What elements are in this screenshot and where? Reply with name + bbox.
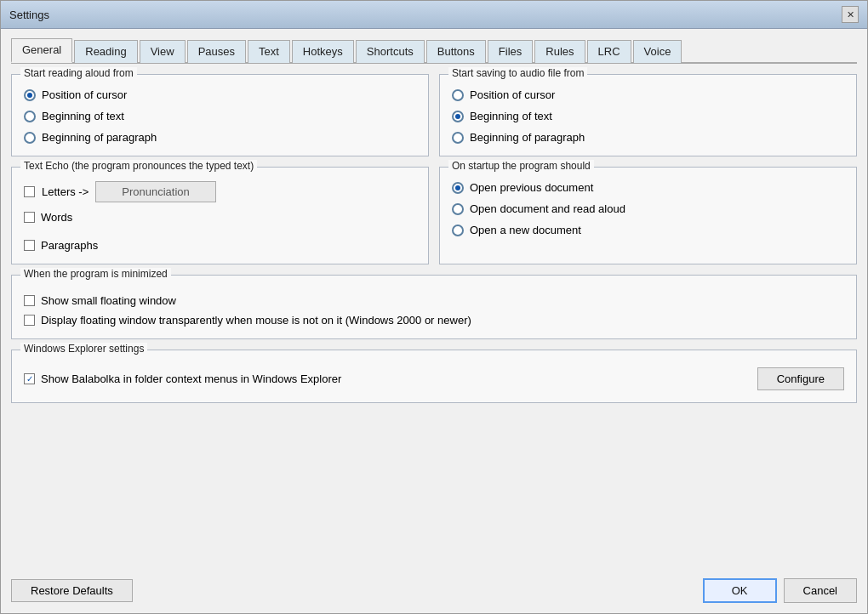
minimized-group: When the program is minimized Show small… [11,275,857,339]
startup-option-previous[interactable]: Open previous document [452,181,844,194]
pronunciation-button[interactable]: Pronunciation [95,181,216,202]
tab-text[interactable]: Text [248,40,290,63]
saving-radio-beginning-text[interactable] [452,111,464,122]
reading-radio-cursor[interactable] [24,89,36,101]
saving-label-cursor: Position of cursor [470,88,555,101]
startup-group: On startup the program should Open previ… [439,167,857,264]
windows-explorer-left: Show Balabolka in folder context menus i… [24,372,341,385]
tab-voice[interactable]: Voice [633,40,682,63]
tab-rules[interactable]: Rules [534,40,585,63]
startup-option-read-aloud[interactable]: Open document and read aloud [452,202,844,215]
settings-window: Settings ✕ General Reading View Pauses T… [0,0,868,614]
reading-option-beginning-paragraph[interactable]: Beginning of paragraph [24,131,416,144]
startup-radio-read-aloud[interactable] [452,203,464,215]
reading-option-beginning-text[interactable]: Beginning of text [24,110,416,122]
transparent-window-checkbox[interactable] [24,315,35,326]
startup-legend: On startup the program should [448,160,594,172]
startup-label-new: Open a new document [470,224,581,236]
floating-window-label: Show small floating window [41,294,176,307]
transparent-window-label: Display floating window transparently wh… [41,314,471,327]
text-echo-inner: Letters -> Pronunciation Words Paragraph… [24,181,416,252]
words-checkbox[interactable] [24,212,35,223]
reading-label-beginning-text: Beginning of text [42,110,124,122]
transparent-window-check[interactable]: Display floating window transparently wh… [24,314,844,327]
paragraphs-label: Paragraphs [41,239,98,252]
middle-sections-row: Text Echo (the program pronounces the ty… [11,167,857,264]
reading-label-cursor: Position of cursor [42,88,127,101]
window-body: General Reading View Pauses Text Hotkeys… [1,29,867,613]
startup-label-read-aloud: Open document and read aloud [470,202,625,215]
tab-bar: General Reading View Pauses Text Hotkeys… [11,37,857,64]
startup-option-new[interactable]: Open a new document [452,224,844,236]
words-check-item[interactable]: Words [24,211,416,224]
saving-option-beginning-text[interactable]: Beginning of text [452,110,844,122]
ok-button[interactable]: OK [703,578,777,603]
startup-radio-new[interactable] [452,225,464,236]
startup-label-previous: Open previous document [470,181,593,194]
bottom-right-buttons: OK Cancel [703,578,857,603]
floating-window-checkbox[interactable] [24,295,35,306]
floating-window-check[interactable]: Show small floating window [24,294,844,307]
start-saving-group: Start saving to audio file from Position… [439,74,857,156]
tab-reading[interactable]: Reading [74,40,137,63]
words-label: Words [41,211,72,224]
text-echo-legend: Text Echo (the program pronounces the ty… [20,160,257,172]
tab-files[interactable]: Files [488,40,533,63]
saving-label-beginning-text: Beginning of text [470,110,552,122]
restore-defaults-button[interactable]: Restore Defaults [11,579,133,602]
footer: Restore Defaults OK Cancel [11,570,857,603]
letters-label: Letters -> [42,185,89,198]
reading-label-beginning-paragraph: Beginning of paragraph [42,131,157,144]
close-button[interactable]: ✕ [842,6,859,23]
paragraphs-check-item[interactable]: Paragraphs [24,239,416,252]
top-sections-row: Start reading aloud from Position of cur… [11,74,857,156]
tab-lrc[interactable]: LRC [587,40,631,63]
cancel-button[interactable]: Cancel [784,578,857,603]
saving-label-beginning-paragraph: Beginning of paragraph [470,131,585,144]
show-balabolka-label: Show Balabolka in folder context menus i… [41,372,341,385]
start-reading-legend: Start reading aloud from [20,67,137,79]
paragraphs-checkbox[interactable] [24,240,35,251]
tab-view[interactable]: View [140,40,186,63]
letters-row: Letters -> Pronunciation [24,181,416,202]
tab-pauses[interactable]: Pauses [187,40,246,63]
windows-explorer-legend: Windows Explorer settings [20,343,147,355]
minimized-legend: When the program is minimized [20,268,171,280]
reading-option-cursor[interactable]: Position of cursor [24,88,416,101]
saving-radio-beginning-paragraph[interactable] [452,132,464,144]
saving-radio-cursor[interactable] [452,89,464,101]
reading-radio-beginning-text[interactable] [24,111,36,122]
main-content: Start reading aloud from Position of cur… [11,74,857,570]
windows-explorer-group: Windows Explorer settings Show Balabolka… [11,350,857,403]
letters-checkbox[interactable] [24,186,35,197]
window-title: Settings [9,9,49,21]
startup-radio-previous[interactable] [452,182,464,194]
configure-button[interactable]: Configure [757,367,844,390]
title-bar: Settings ✕ [1,1,867,29]
tab-hotkeys[interactable]: Hotkeys [292,40,354,63]
tab-shortcuts[interactable]: Shortcuts [356,40,425,63]
start-reading-group: Start reading aloud from Position of cur… [11,74,429,156]
saving-option-cursor[interactable]: Position of cursor [452,88,844,101]
tab-buttons[interactable]: Buttons [426,40,486,63]
show-balabolka-checkbox[interactable] [24,373,35,384]
windows-explorer-inner: Show Balabolka in folder context menus i… [24,367,844,390]
reading-radio-beginning-paragraph[interactable] [24,132,36,144]
tab-general[interactable]: General [11,38,72,63]
saving-option-beginning-paragraph[interactable]: Beginning of paragraph [452,131,844,144]
start-saving-legend: Start saving to audio file from [448,67,587,79]
text-echo-group: Text Echo (the program pronounces the ty… [11,167,429,264]
